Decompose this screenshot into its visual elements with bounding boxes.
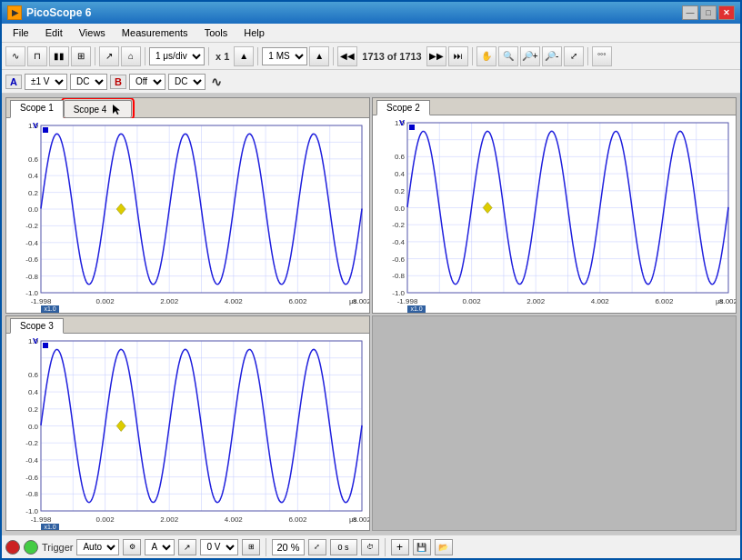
- multiplier-up[interactable]: ▲: [234, 46, 254, 66]
- trigger-mode-select[interactable]: Auto: [76, 539, 119, 555]
- trigger-config-btn[interactable]: ⚙: [123, 539, 141, 555]
- scope-panel-top-right: Scope 2: [372, 97, 737, 314]
- time-display: 0 s: [330, 539, 357, 555]
- threshold-select[interactable]: 0 V: [200, 539, 238, 555]
- channel-b-select[interactable]: Off: [129, 74, 165, 90]
- magnify-btn[interactable]: 🔍: [498, 46, 518, 66]
- sep-status1: [266, 538, 266, 556]
- channel-b-label: B: [110, 75, 126, 89]
- title-bar-controls: — □ ✕: [682, 5, 735, 20]
- scope-canvas-1: [6, 118, 369, 313]
- voltage-select[interactable]: ±1 V: [25, 74, 67, 90]
- scope-grid: Scope 1 Scope 4 Scope 2: [2, 94, 740, 535]
- scope-tabs-bottom-left: Scope 3: [6, 316, 369, 334]
- cursor-icon: [109, 103, 122, 115]
- zoom-reset-btn[interactable]: ⤢: [564, 46, 584, 66]
- tab-scope1[interactable]: Scope 1: [10, 100, 64, 118]
- load-btn[interactable]: 📂: [435, 539, 453, 555]
- samples-up[interactable]: ▲: [309, 46, 329, 66]
- signal-bar-btn[interactable]: ▮▮: [49, 46, 69, 66]
- trigger-edge-btn[interactable]: ↗: [178, 539, 196, 555]
- menu-views[interactable]: Views: [72, 25, 113, 40]
- threshold-set-btn[interactable]: ⊞: [242, 539, 260, 555]
- main-toolbar: ∿ ⊓ ▮▮ ⊞ ↗ ⌂ 1 μs/div x 1 ▲ 1 MS ▲ ◀◀ 17…: [2, 43, 740, 70]
- play-next-btn[interactable]: ▶▶: [426, 46, 446, 66]
- sep3: [208, 47, 209, 65]
- tab-scope2[interactable]: Scope 2: [376, 100, 430, 115]
- tab-scope4[interactable]: Scope 4: [64, 100, 133, 117]
- sep1: [95, 47, 95, 65]
- trigger-label: Trigger: [42, 542, 73, 553]
- title-bar-left: ▶ PicoScope 6: [7, 5, 91, 20]
- add-btn[interactable]: +: [391, 539, 409, 555]
- signal-sine-btn[interactable]: ∿: [5, 46, 25, 66]
- signal-square-btn[interactable]: ⊓: [27, 46, 47, 66]
- zoom-in-btn[interactable]: 🔎+: [520, 46, 540, 66]
- samples-select[interactable]: 1 MS: [262, 47, 307, 65]
- position-counter: 1713 of 1713: [359, 51, 424, 62]
- menu-tools[interactable]: Tools: [197, 25, 236, 40]
- home-btn[interactable]: ⌂: [121, 46, 141, 66]
- arrow-btn[interactable]: ↗: [99, 46, 119, 66]
- zoom-value: 20 %: [276, 542, 299, 553]
- channel-b-coupling[interactable]: DC: [168, 74, 206, 90]
- scope-view-1[interactable]: [6, 118, 369, 313]
- scope-tabs-top-right: Scope 2: [373, 98, 736, 115]
- tab-scope3[interactable]: Scope 3: [10, 318, 64, 334]
- zoom-out-btn[interactable]: 🔎-: [542, 46, 562, 66]
- close-button[interactable]: ✕: [718, 5, 735, 20]
- sep2: [145, 47, 145, 65]
- sep-status2: [385, 538, 386, 556]
- app-icon: ▶: [7, 5, 22, 20]
- menu-bar: File Edit Views Measurements Tools Help: [2, 24, 740, 43]
- scope-panel-top-left: Scope 1 Scope 4: [5, 97, 370, 314]
- maximize-button[interactable]: □: [700, 5, 717, 20]
- stop-indicator[interactable]: [5, 540, 20, 555]
- timebase-select[interactable]: 1 μs/div: [149, 47, 205, 65]
- scope-canvas-3: [6, 334, 369, 531]
- play-all-btn[interactable]: ⏭: [448, 46, 468, 66]
- sep7: [587, 47, 588, 65]
- math-icon: ∿: [208, 75, 225, 89]
- scope-tabs-top-left: Scope 1 Scope 4: [6, 98, 369, 118]
- save-btn[interactable]: 💾: [413, 539, 431, 555]
- window-title: PicoScope 6: [26, 6, 91, 19]
- title-bar: ▶ PicoScope 6 — □ ✕: [2, 2, 740, 24]
- coupling-select[interactable]: DC: [70, 74, 107, 90]
- scope-panel-bottom-right: [372, 315, 737, 532]
- menu-file[interactable]: File: [5, 25, 36, 40]
- time-btn[interactable]: ⏱: [361, 539, 379, 555]
- svg-marker-0: [113, 105, 120, 115]
- main-window: ▶ PicoScope 6 — □ ✕ File Edit Views Meas…: [0, 0, 742, 560]
- channel-toolbar: A ±1 V DC B Off DC ∿: [2, 70, 740, 94]
- status-bar: Trigger Auto ⚙ A ↗ 0 V ⊞ 20 % ⤢ 0 s ⏱ + …: [2, 535, 740, 558]
- menu-measurements[interactable]: Measurements: [115, 25, 196, 40]
- play-prev-btn[interactable]: ◀◀: [337, 46, 357, 66]
- zoom-btn[interactable]: ⤢: [308, 539, 326, 555]
- sep6: [472, 47, 473, 65]
- scope-view-3[interactable]: [6, 334, 369, 531]
- trigger-channel-select[interactable]: A: [145, 539, 175, 555]
- channel-a-label: A: [5, 75, 22, 89]
- menu-help[interactable]: Help: [236, 25, 272, 40]
- time-value: 0 s: [338, 543, 349, 552]
- sep5: [333, 47, 334, 65]
- signal-bar2-btn[interactable]: ⊞: [71, 46, 91, 66]
- scope-canvas-2: [373, 115, 736, 313]
- info-btn[interactable]: °°°: [592, 46, 612, 66]
- main-content: Scope 1 Scope 4 Scope 2: [2, 94, 740, 535]
- minimize-button[interactable]: —: [682, 5, 698, 20]
- menu-edit[interactable]: Edit: [38, 25, 70, 40]
- multiplier-label: x 1: [213, 51, 232, 62]
- zoom-display: 20 %: [272, 539, 304, 555]
- sep4: [257, 47, 258, 65]
- run-indicator[interactable]: [24, 540, 38, 555]
- scope-view-2[interactable]: [373, 115, 736, 313]
- hand-btn[interactable]: ✋: [476, 46, 496, 66]
- scope-panel-bottom-left: Scope 3: [5, 315, 370, 532]
